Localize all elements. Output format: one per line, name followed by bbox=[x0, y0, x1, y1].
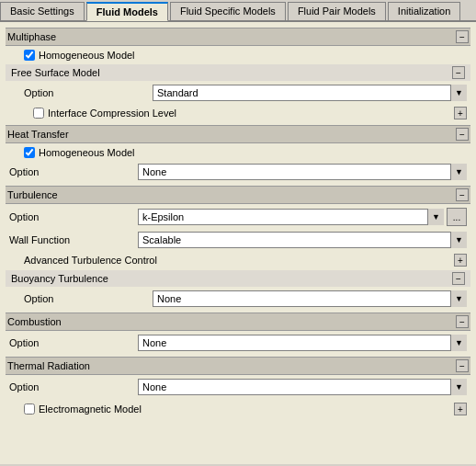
tab-fluid-models[interactable]: Fluid Models bbox=[86, 2, 168, 21]
buoyancy-option-label: Option bbox=[24, 293, 153, 304]
tab-basic-settings[interactable]: Basic Settings bbox=[0, 2, 85, 20]
free-surface-header: Free Surface Model − bbox=[6, 64, 470, 81]
combustion-header: Combustion − bbox=[6, 313, 470, 331]
heat-transfer-section: Heat Transfer − Homogeneous Model Option… bbox=[6, 125, 470, 182]
combustion-option-row: Option None Burning Velocity Model Finit… bbox=[6, 333, 470, 353]
thermal-radiation-option-row: Option None Monte Carlo P1 ▼ bbox=[6, 377, 470, 397]
wall-function-select[interactable]: Scalable None Standard bbox=[138, 232, 467, 248]
tab-initialization[interactable]: Initialization bbox=[388, 2, 460, 20]
tab-fluid-specific-models[interactable]: Fluid Specific Models bbox=[170, 2, 286, 20]
thermal-radiation-title: Thermal Radiation bbox=[7, 360, 90, 371]
multiphase-homogeneous-checkbox[interactable] bbox=[24, 50, 35, 61]
buoyancy-option-select-wrap: None Production and Dissipation Producti… bbox=[153, 290, 467, 307]
multiphase-title: Multiphase bbox=[7, 31, 56, 42]
combustion-section: Combustion − Option None Burning Velocit… bbox=[6, 313, 470, 353]
multiphase-homogeneous-row: Homogeneous Model bbox=[6, 48, 470, 63]
combustion-option-label: Option bbox=[9, 337, 138, 348]
thermal-radiation-option-select-wrap: None Monte Carlo P1 ▼ bbox=[138, 379, 467, 395]
heat-transfer-option-select-wrap: None Total Energy Thermal Energy ▼ bbox=[138, 164, 467, 180]
buoyancy-header: Buoyancy Turbulence − bbox=[6, 270, 470, 287]
free-surface-option-row: Option Standard None ▼ bbox=[6, 83, 470, 103]
free-surface-collapse-btn[interactable]: − bbox=[452, 66, 465, 79]
buoyancy-collapse-btn[interactable]: − bbox=[452, 272, 465, 285]
wall-function-select-wrap: Scalable None Standard ▼ bbox=[138, 232, 467, 248]
turbulence-ellipsis-btn[interactable]: ... bbox=[447, 208, 467, 226]
heat-transfer-header: Heat Transfer − bbox=[6, 125, 470, 143]
free-surface-title: Free Surface Model bbox=[11, 67, 100, 78]
heat-transfer-option-row: Option None Total Energy Thermal Energy … bbox=[6, 162, 470, 182]
electromagnetic-checkbox[interactable] bbox=[24, 403, 35, 415]
free-surface-option-select-wrap: Standard None ▼ bbox=[153, 85, 467, 101]
heat-transfer-homogeneous-label: Homogeneous Model bbox=[39, 147, 135, 158]
tab-fluid-pair-models[interactable]: Fluid Pair Models bbox=[288, 2, 386, 20]
content-area: Multiphase − Homogeneous Model Free Surf… bbox=[0, 22, 476, 464]
multiphase-section: Multiphase − Homogeneous Model Free Surf… bbox=[6, 28, 470, 121]
interface-compression-label: Interface Compression Level bbox=[48, 108, 176, 119]
combustion-title: Combustion bbox=[7, 316, 62, 327]
turbulence-collapse-btn[interactable]: − bbox=[456, 188, 469, 201]
heat-transfer-homogeneous-checkbox[interactable] bbox=[24, 147, 35, 158]
buoyancy-option-row: Option None Production and Dissipation P… bbox=[6, 289, 470, 309]
thermal-radiation-header: Thermal Radiation − bbox=[6, 357, 470, 375]
wall-function-row: Wall Function Scalable None Standard ▼ bbox=[6, 230, 470, 250]
turbulence-title: Turbulence bbox=[7, 189, 58, 200]
heat-transfer-option-select[interactable]: None Total Energy Thermal Energy bbox=[138, 164, 467, 180]
turbulence-option-select[interactable]: k-Epsilon None k-Omega SST bbox=[138, 209, 444, 225]
heat-transfer-homogeneous-row: Homogeneous Model bbox=[6, 145, 470, 160]
electromagnetic-expand-btn[interactable]: + bbox=[454, 403, 467, 415]
heat-transfer-option-label: Option bbox=[9, 166, 138, 177]
electromagnetic-row: Electromagnetic Model + bbox=[6, 401, 470, 417]
thermal-radiation-collapse-btn[interactable]: − bbox=[456, 359, 469, 372]
electromagnetic-label: Electromagnetic Model bbox=[39, 403, 142, 415]
heat-transfer-title: Heat Transfer bbox=[7, 129, 69, 140]
turbulence-option-select-wrap: k-Epsilon None k-Omega SST ▼ bbox=[138, 209, 444, 225]
combustion-option-select-wrap: None Burning Velocity Model Finite Rate … bbox=[138, 335, 467, 351]
turbulence-header: Turbulence − bbox=[6, 186, 470, 204]
thermal-radiation-option-select[interactable]: None Monte Carlo P1 bbox=[138, 379, 467, 395]
turbulence-section: Turbulence − Option k-Epsilon None k-Ome… bbox=[6, 186, 470, 309]
heat-transfer-collapse-btn[interactable]: − bbox=[456, 128, 469, 141]
advanced-turbulence-row: Advanced Turbulence Control + bbox=[6, 252, 470, 268]
multiphase-header: Multiphase − bbox=[6, 28, 470, 46]
combustion-option-select[interactable]: None Burning Velocity Model Finite Rate … bbox=[138, 335, 467, 351]
multiphase-collapse-btn[interactable]: − bbox=[456, 30, 469, 43]
free-surface-option-select[interactable]: Standard None bbox=[153, 85, 467, 101]
combustion-collapse-btn[interactable]: − bbox=[456, 315, 469, 328]
advanced-turbulence-expand-btn[interactable]: + bbox=[454, 254, 467, 267]
turbulence-option-row: Option k-Epsilon None k-Omega SST ▼ ... bbox=[6, 206, 470, 228]
interface-compression-row: Interface Compression Level + bbox=[6, 105, 470, 121]
tab-bar: Basic Settings Fluid Models Fluid Specif… bbox=[0, 0, 476, 22]
multiphase-homogeneous-label: Homogeneous Model bbox=[39, 50, 135, 61]
interface-compression-expand-btn[interactable]: + bbox=[454, 107, 467, 119]
buoyancy-option-select[interactable]: None Production and Dissipation Producti… bbox=[153, 290, 467, 307]
buoyancy-title: Buoyancy Turbulence bbox=[11, 273, 108, 284]
wall-function-label: Wall Function bbox=[9, 234, 138, 245]
interface-compression-checkbox[interactable] bbox=[33, 108, 44, 119]
advanced-turbulence-label: Advanced Turbulence Control bbox=[24, 255, 157, 266]
free-surface-option-label: Option bbox=[24, 87, 153, 98]
turbulence-option-label: Option bbox=[9, 211, 138, 222]
thermal-radiation-section: Thermal Radiation − Option None Monte Ca… bbox=[6, 357, 470, 397]
thermal-radiation-option-label: Option bbox=[9, 381, 138, 392]
